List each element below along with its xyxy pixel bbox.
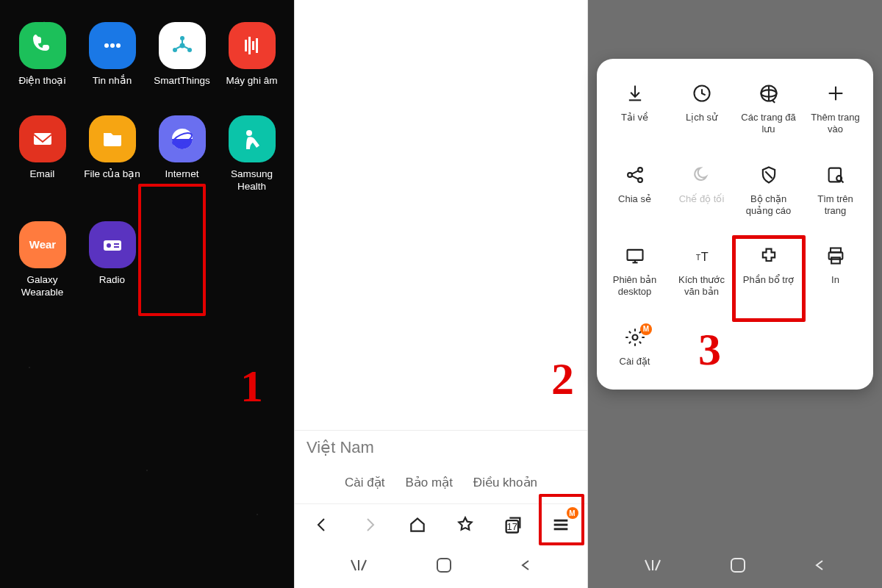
svg-point-55 <box>632 334 637 340</box>
tool-desktop[interactable]: Phiên bản desktop <box>601 243 668 298</box>
tool-label: Bộ chặn quảng cáo <box>746 193 792 218</box>
share-icon <box>623 162 648 187</box>
app-health[interactable]: Samsung Health <box>217 115 287 193</box>
tool-plus[interactable]: Thêm trang vào <box>802 81 869 136</box>
footer-link[interactable]: Bảo mật <box>405 475 452 490</box>
svg-rect-13 <box>256 38 258 53</box>
download-icon <box>623 81 648 106</box>
panel-app-drawer: Điện thoạiTin nhắnSmartThingsMáy ghi âmE… <box>0 0 294 588</box>
app-label: Radio <box>99 274 125 287</box>
tool-savedpages[interactable]: Các trang đã lưu <box>735 81 802 136</box>
email-icon <box>19 115 66 162</box>
app-smartthings[interactable]: SmartThings <box>147 22 217 87</box>
app-email[interactable]: Email <box>7 115 77 193</box>
app-internet[interactable]: Internet <box>147 115 217 193</box>
app-files[interactable]: File của bạn <box>77 115 147 193</box>
tools-sheet: Tải vềLịch sửCác trang đã lưuThêm trang … <box>597 59 873 390</box>
tool-label: Các trang đã lưu <box>741 112 795 136</box>
home-key[interactable] <box>436 557 452 573</box>
home-button[interactable] <box>403 510 432 539</box>
svg-rect-14 <box>34 133 51 145</box>
svg-rect-21 <box>114 243 119 245</box>
svg-rect-59 <box>731 559 745 572</box>
highlight-box-step1 <box>138 184 206 316</box>
tool-share[interactable]: Chia sẻ <box>601 162 668 218</box>
tool-print[interactable]: In <box>802 243 869 298</box>
back-key[interactable] <box>519 559 532 572</box>
region-label: Việt Nam <box>295 430 587 465</box>
tool-label: Phiên bản desktop <box>613 274 656 298</box>
desktop-icon <box>623 243 648 268</box>
tool-label: In <box>831 274 839 286</box>
app-chat[interactable]: Tin nhắn <box>77 22 147 87</box>
recorder-icon <box>229 22 276 69</box>
footer-link[interactable]: Điều khoản <box>473 475 537 490</box>
svg-line-58 <box>656 560 660 570</box>
svg-rect-12 <box>252 41 254 50</box>
find-icon <box>823 162 848 187</box>
svg-line-9 <box>184 46 188 49</box>
svg-line-8 <box>176 46 181 49</box>
svg-rect-11 <box>248 37 251 54</box>
app-phone[interactable]: Điện thoại <box>7 22 77 87</box>
tool-label: Thêm trang vào <box>811 112 859 136</box>
back-key[interactable] <box>813 559 826 572</box>
tool-label: Tải về <box>621 112 648 123</box>
smartthings-icon <box>159 22 206 69</box>
tool-shield[interactable]: Bộ chặn quảng cáo <box>735 162 802 218</box>
svg-line-29 <box>362 560 366 570</box>
app-wear[interactable]: WearGalaxy Wearable <box>7 221 77 299</box>
highlight-box-step3 <box>732 235 806 322</box>
app-recorder[interactable]: Máy ghi âm <box>217 22 287 87</box>
app-radio[interactable]: Radio <box>77 221 147 299</box>
svg-point-1 <box>110 43 115 48</box>
tabs-button[interactable]: 17 <box>498 510 528 539</box>
svg-text:T: T <box>700 250 708 263</box>
forward-button[interactable] <box>355 510 384 539</box>
recents-key[interactable] <box>644 559 663 572</box>
app-label: Email <box>30 168 55 181</box>
footer-link[interactable]: Cài đặt <box>345 475 384 490</box>
tools-grid: Tải vềLịch sửCác trang đã lưuThêm trang … <box>601 81 869 368</box>
tool-label: Kích thước văn bản <box>678 274 725 298</box>
tool-label: Lịch sử <box>686 112 717 123</box>
svg-line-27 <box>351 560 356 570</box>
recents-key[interactable] <box>350 559 369 572</box>
svg-text:T: T <box>695 253 700 262</box>
step-number-2: 2 <box>551 353 574 405</box>
app-label: Galaxy Wearable <box>21 274 64 299</box>
home-key[interactable] <box>730 557 746 573</box>
svg-point-17 <box>246 130 252 136</box>
app-label: File của bạn <box>84 168 140 181</box>
health-icon <box>229 115 276 162</box>
bookmark-button[interactable] <box>451 510 480 539</box>
browser-body <box>295 0 587 430</box>
svg-rect-30 <box>437 559 451 572</box>
radio-icon <box>89 221 136 268</box>
system-nav-bar <box>295 547 587 588</box>
app-label: Máy ghi âm <box>226 75 278 87</box>
tool-badge: M <box>640 323 652 335</box>
tool-settings[interactable]: MCài đặt <box>601 325 668 368</box>
app-label: SmartThings <box>154 75 210 87</box>
chat-icon <box>89 22 136 69</box>
back-button[interactable] <box>307 510 337 539</box>
svg-point-20 <box>107 243 111 248</box>
tab-count: 17 <box>507 521 517 532</box>
shield-icon <box>756 162 781 187</box>
svg-rect-44 <box>828 168 840 182</box>
tool-download[interactable]: Tải về <box>601 81 668 136</box>
svg-line-41 <box>631 171 638 174</box>
svg-line-43 <box>765 171 772 178</box>
tool-textsize[interactable]: TTKích thước văn bản <box>668 243 735 298</box>
app-label: Điện thoại <box>19 75 66 87</box>
highlight-box-step2 <box>539 494 584 545</box>
savedpages-icon <box>756 81 781 106</box>
tool-find[interactable]: Tìm trên trang <box>802 162 869 218</box>
svg-point-0 <box>104 43 109 48</box>
wear-icon: Wear <box>19 221 66 268</box>
tool-history[interactable]: Lịch sử <box>668 81 735 136</box>
tool-moon[interactable]: Chế độ tối <box>668 162 735 218</box>
svg-rect-54 <box>831 257 840 263</box>
phone-icon <box>19 22 66 69</box>
